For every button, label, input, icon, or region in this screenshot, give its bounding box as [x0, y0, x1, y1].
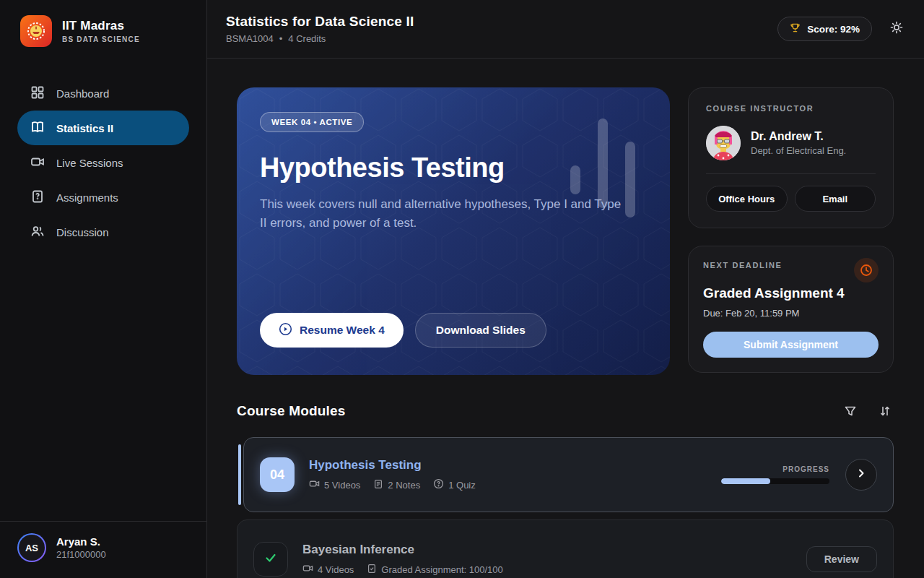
- review-button[interactable]: Review: [806, 546, 877, 572]
- module-title: Bayesian Inference: [302, 543, 503, 557]
- sidebar-item-label: Statistics II: [56, 122, 113, 134]
- user-id: 21f1000000: [56, 549, 106, 560]
- course-header: Statistics for Data Science II BSMA1004 …: [207, 0, 924, 59]
- users-icon: [30, 224, 45, 241]
- theme-toggle-button[interactable]: [888, 20, 905, 38]
- note-icon: [373, 479, 383, 491]
- divider: [706, 173, 876, 174]
- instructor-avatar: [706, 126, 741, 160]
- course-code: BSMA1004: [226, 33, 274, 44]
- camera-icon: [309, 478, 320, 491]
- sidebar: IIT Madras BS DATA SCIENCE Dashboard: [0, 0, 207, 578]
- submit-assignment-button[interactable]: Submit Assignment: [703, 332, 879, 358]
- graded-assignment-meta: Graded Assignment: 100/100: [367, 564, 502, 576]
- program-name: BS DATA SCIENCE: [62, 35, 140, 43]
- module-number-badge: 04: [260, 457, 295, 492]
- sidebar-nav: Dashboard Statistics II Live Sessions: [0, 76, 206, 249]
- week-description: This week covers null and alternative hy…: [260, 195, 628, 232]
- sort-icon[interactable]: [876, 402, 894, 420]
- sidebar-item-label: Live Sessions: [56, 157, 123, 169]
- email-button[interactable]: Email: [795, 186, 876, 212]
- play-circle-icon: [279, 322, 292, 339]
- download-slides-label: Download Slides: [436, 324, 526, 337]
- download-slides-button[interactable]: Download Slides: [415, 313, 546, 348]
- resume-week-label: Resume Week 4: [300, 324, 385, 337]
- videos-meta: 5 Videos: [309, 478, 360, 491]
- content: WEEK 04 • ACTIVE Hypothesis Testing This…: [207, 59, 924, 578]
- clock-icon: [854, 258, 879, 282]
- open-module-button[interactable]: [845, 459, 877, 491]
- module-complete-badge: [253, 542, 288, 577]
- sidebar-item-dashboard[interactable]: Dashboard: [17, 76, 189, 111]
- sidebar-item-label: Assignments: [56, 191, 118, 204]
- sun-icon: [889, 20, 904, 38]
- chevron-right-icon: [855, 467, 867, 482]
- resume-week-button[interactable]: Resume Week 4: [260, 313, 404, 348]
- quiz-meta: 1 Quiz: [433, 478, 476, 491]
- office-hours-button[interactable]: Office Hours: [706, 186, 788, 212]
- videos-meta: 4 Videos: [302, 563, 354, 576]
- course-credits: 4 Credits: [288, 33, 326, 44]
- sidebar-item-live-sessions[interactable]: Live Sessions: [17, 145, 189, 180]
- instructor-name: Dr. Andrew T.: [751, 130, 846, 143]
- instructor-section-label: COURSE INSTRUCTOR: [706, 104, 876, 113]
- user-name: Aryan S.: [56, 535, 106, 548]
- module-card-bayesian-inference[interactable]: Bayesian Inference 4 Videos: [237, 519, 894, 578]
- org-name: IIT Madras: [62, 19, 140, 33]
- app-window: IIT Madras BS DATA SCIENCE Dashboard: [0, 0, 924, 578]
- user-profile[interactable]: AS Aryan S. 21f1000000: [0, 521, 206, 578]
- course-subtitle: BSMA1004 • 4 Credits: [226, 33, 414, 44]
- grid-icon: [30, 85, 45, 102]
- module-title: Hypothesis Testing: [309, 458, 476, 473]
- week-title: Hypothesis Testing: [260, 152, 647, 184]
- module-progress: PROGRESS: [721, 465, 829, 484]
- main-area: Statistics for Data Science II BSMA1004 …: [207, 0, 924, 578]
- modules-heading: Course Modules: [237, 403, 346, 419]
- trophy-icon: [790, 22, 801, 35]
- check-icon: [263, 551, 278, 569]
- week-hero-card: WEEK 04 • ACTIVE Hypothesis Testing This…: [237, 87, 670, 375]
- deadline-due: Due: Feb 20, 11:59 PM: [703, 308, 879, 319]
- avatar: AS: [17, 533, 46, 562]
- module-card-hypothesis-testing[interactable]: 04 Hypothesis Testing 5 Videos: [243, 437, 894, 512]
- doc-check-icon: [367, 564, 377, 576]
- progress-fill: [721, 478, 770, 484]
- filter-icon[interactable]: [842, 402, 859, 420]
- score-badge[interactable]: Score: 92%: [777, 17, 872, 41]
- iitm-logo-icon: [20, 15, 52, 47]
- deadline-card: NEXT DEADLINE Graded Assignment 4 Due: F…: [688, 246, 894, 373]
- assignment-icon: [30, 189, 45, 206]
- instructor-dept: Dept. of Electrical Eng.: [751, 145, 846, 156]
- instructor-card: COURSE INSTRUCTOR: [688, 87, 894, 228]
- sidebar-item-assignments[interactable]: Assignments: [17, 180, 189, 215]
- week-status-badge: WEEK 04 • ACTIVE: [260, 112, 364, 132]
- dot-separator: •: [279, 33, 283, 44]
- camera-icon: [302, 563, 313, 576]
- brand: IIT Madras BS DATA SCIENCE: [0, 0, 206, 47]
- help-circle-icon: [433, 478, 444, 491]
- video-camera-icon: [30, 155, 45, 171]
- sidebar-item-discussion[interactable]: Discussion: [17, 215, 189, 249]
- deadline-section-label: NEXT DEADLINE: [703, 261, 782, 269]
- notes-meta: 2 Notes: [373, 479, 420, 491]
- sidebar-item-label: Discussion: [56, 226, 109, 238]
- score-label: Score: 92%: [807, 24, 860, 35]
- sidebar-item-statistics-ii[interactable]: Statistics II: [17, 111, 189, 145]
- progress-track: [721, 478, 829, 484]
- sidebar-item-label: Dashboard: [56, 87, 109, 100]
- active-module-accent: [238, 444, 241, 505]
- deadline-title: Graded Assignment 4: [703, 285, 879, 301]
- page-title: Statistics for Data Science II: [226, 14, 414, 30]
- avatar-initials: AS: [25, 543, 38, 553]
- book-open-icon: [30, 120, 45, 137]
